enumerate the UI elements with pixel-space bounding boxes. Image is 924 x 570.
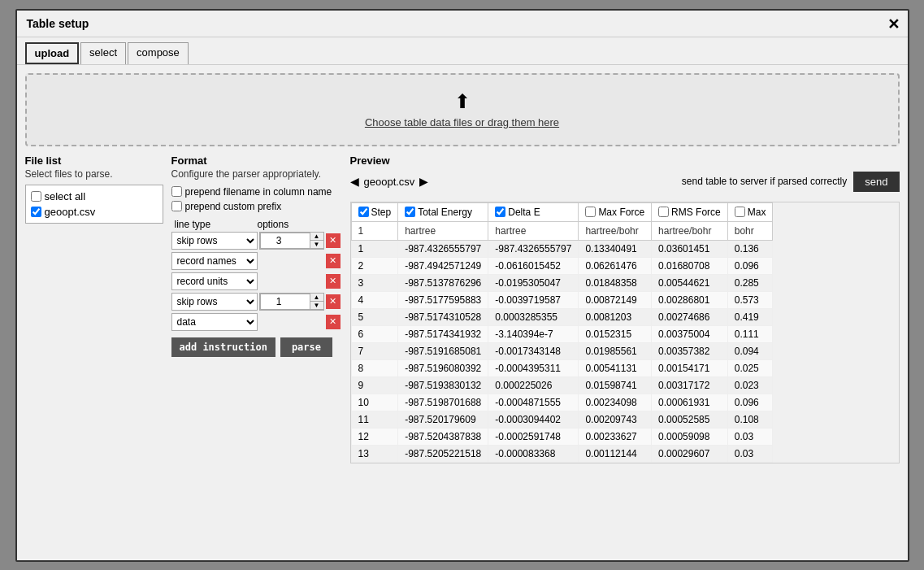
file-nav: ◀ geoopt.csv ▶ (350, 175, 429, 188)
col-total-energy-header: Total Energy (398, 202, 488, 221)
delete-instruction-button[interactable]: ✕ (326, 274, 341, 289)
tab-select[interactable]: select (80, 42, 126, 64)
prepend-custom-label: prepend custom prefix (185, 201, 282, 212)
file-name: geoopt.csv (45, 206, 96, 218)
col-rms-force-checkbox[interactable] (658, 207, 669, 217)
table-row: 1-987.4326555797-987.43265557970.1334049… (351, 240, 773, 257)
col-delta-e-header: Delta E (488, 202, 579, 221)
tab-compose[interactable]: compose (128, 42, 189, 64)
line-type-select[interactable]: skip rows record names record units data (171, 293, 258, 311)
instruction-row: skip rows record names record units data… (171, 313, 342, 331)
file-item: geoopt.csv (29, 204, 159, 220)
instruction-table: line type options skip rows record names… (171, 219, 342, 331)
table-row: 7-987.5191685081-0.00173431480.019855610… (351, 342, 773, 359)
send-row: send table to server if parsed correctly… (682, 172, 900, 192)
unit-step: 1 (351, 221, 398, 240)
delete-instruction-button[interactable]: ✕ (326, 294, 341, 309)
format-panel: Format Configure the parser appropriatel… (171, 154, 342, 463)
spinner-up[interactable]: ▲ (310, 233, 323, 241)
spinner-up-2[interactable]: ▲ (310, 294, 323, 302)
instruction-row: skip rows record names record units data… (171, 252, 342, 270)
preview-title: Preview (350, 154, 900, 167)
delete-instruction-button[interactable]: ✕ (326, 315, 341, 329)
delete-instruction-button[interactable]: ✕ (326, 233, 341, 248)
unit-max-force: hartree/bohr (579, 221, 652, 240)
table-row: 6-987.5174341932-3.140394e-70.01523150.0… (351, 325, 773, 342)
next-file-button[interactable]: ▶ (419, 175, 428, 188)
tab-upload[interactable]: upload (25, 42, 80, 64)
current-file: geoopt.csv (364, 176, 415, 188)
add-parse-row: add instruction parse (171, 337, 342, 357)
prev-file-button[interactable]: ◀ (350, 175, 359, 188)
unit-max: bohr (727, 221, 773, 240)
modal-title: Table setup (17, 11, 908, 37)
skip-rows-input[interactable] (260, 233, 310, 249)
table-row: 5-987.51743105280.00032853550.00812030.0… (351, 308, 773, 325)
table-row: 13-987.5205221518-0.0000833680.001121440… (351, 445, 773, 462)
skip-rows-spinner: ▲ ▼ (259, 232, 324, 250)
modal: Table setup ✕ upload select compose ⬆ Ch… (15, 9, 909, 562)
preview-panel: Preview ◀ geoopt.csv ▶ send table to ser… (350, 154, 900, 463)
format-title: Format (171, 154, 342, 167)
instruction-row: skip rows record names record units data… (171, 272, 342, 290)
line-type-select[interactable]: skip rows record names record units data (171, 232, 258, 250)
select-all-checkbox[interactable] (31, 191, 41, 202)
spinner-down-2[interactable]: ▼ (310, 302, 323, 310)
col-total-energy-checkbox[interactable] (405, 207, 415, 217)
unit-rms-force: hartree/bohr (652, 221, 728, 240)
select-all-item: select all (29, 189, 159, 204)
prepend-custom-row: prepend custom prefix (171, 201, 342, 212)
parse-button[interactable]: parse (280, 337, 332, 357)
options-header: options (258, 219, 323, 230)
table-row: 10-987.5198701688-0.00048715550.00234098… (351, 394, 773, 411)
prepend-filename-checkbox[interactable] (171, 186, 182, 197)
col-max-force-checkbox[interactable] (585, 207, 596, 217)
main-area: File list Select files to parse. select … (17, 154, 908, 472)
table-row: 9-987.51938301320.0002250260.015987410.0… (351, 376, 773, 394)
send-text: send table to server if parsed correctly (682, 176, 847, 187)
file-checkbox[interactable] (31, 207, 41, 217)
table-row: 8-987.5196080392-0.00043953110.005411310… (351, 359, 773, 376)
preview-table-container[interactable]: Step Total Energy Delta E Max Force (350, 202, 900, 463)
preview-table: Step Total Energy Delta E Max Force (351, 202, 774, 463)
send-button[interactable]: send (853, 172, 899, 192)
col-step-checkbox[interactable] (358, 207, 369, 217)
instruction-row: skip rows record names record units data… (171, 232, 342, 250)
add-instruction-button[interactable]: add instruction (171, 337, 275, 357)
tabs-bar: upload select compose (17, 37, 908, 65)
col-delta-e-checkbox[interactable] (495, 207, 505, 217)
format-subtitle: Configure the parser appropriately. (171, 168, 342, 180)
col-max-force-header: Max Force (579, 202, 652, 221)
file-list-panel: File list Select files to parse. select … (25, 154, 163, 463)
close-button[interactable]: ✕ (887, 15, 900, 33)
prepend-filename-label: prepend filename in column name (185, 186, 332, 198)
table-row: 4-987.5177595883-0.00397195870.008721490… (351, 291, 773, 308)
file-list-subtitle: Select files to parse. (25, 168, 163, 180)
col-step-header: Step (351, 202, 398, 221)
upload-area[interactable]: ⬆ Choose table data files or drag them h… (25, 73, 900, 146)
line-type-header: line type (175, 219, 258, 230)
select-all-label: select all (45, 190, 86, 202)
skip-rows-input-2[interactable] (260, 294, 310, 310)
line-type-select[interactable]: skip rows record names record units data (171, 313, 258, 331)
file-list-title: File list (25, 154, 163, 167)
table-row: 3-987.5137876296-0.01953050470.018483580… (351, 274, 773, 291)
skip-rows-spinner-2: ▲ ▼ (259, 293, 324, 311)
prepend-filename-row: prepend filename in column name (171, 186, 342, 198)
col-max-header: Max (727, 202, 773, 221)
table-row: 12-987.5204387838-0.00025917480.00233627… (351, 428, 773, 445)
prepend-custom-checkbox[interactable] (171, 201, 182, 211)
instruction-row: skip rows record names record units data… (171, 293, 342, 311)
instruction-header: line type options (171, 219, 342, 230)
line-type-select[interactable]: skip rows record names record units data (171, 252, 258, 270)
spinner-down[interactable]: ▼ (310, 241, 323, 249)
col-max-checkbox[interactable] (735, 207, 745, 217)
file-list-box: select all geoopt.csv (25, 185, 163, 224)
table-row: 2-987.4942571249-0.06160154520.062614760… (351, 257, 773, 274)
unit-delta-e: hartree (488, 221, 579, 240)
upload-icon: ⬆ (454, 90, 471, 113)
line-type-select[interactable]: skip rows record names record units data (171, 272, 258, 290)
upload-text: Choose table data files or drag them her… (365, 116, 559, 128)
col-rms-force-header: RMS Force (652, 202, 728, 221)
delete-instruction-button[interactable]: ✕ (326, 254, 341, 268)
